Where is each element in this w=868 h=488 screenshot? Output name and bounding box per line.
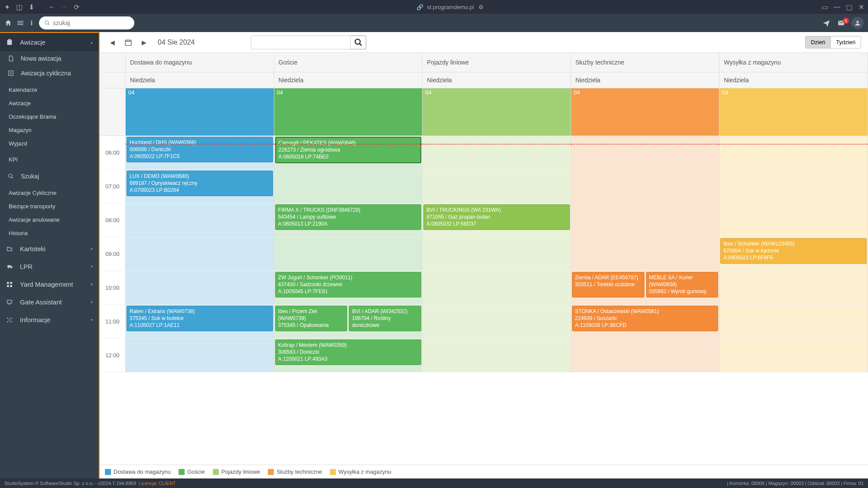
sidebar-gate[interactable]: Gate Assistant ▾	[0, 293, 99, 311]
sidebar-szukaj[interactable]: Szukaj	[0, 169, 99, 184]
slot[interactable]	[126, 237, 274, 271]
slot[interactable]	[126, 271, 274, 305]
prev-button[interactable]: ◀	[107, 37, 118, 48]
reload-icon[interactable]: ⟳	[73, 3, 80, 10]
slot[interactable]	[719, 339, 868, 372]
event[interactable]: ZW Jogurt / Schonker (PO0011) 437400 / S…	[275, 272, 422, 297]
allday-sluzby[interactable]: 04	[571, 88, 720, 136]
allday-dostawa[interactable]: 04	[126, 88, 274, 136]
slot[interactable]: BVI / TRUCKINGS (WA 231WA) 871055 / Gaz …	[423, 204, 571, 237]
shield-icon[interactable]: ✦	[3, 3, 10, 10]
event[interactable]: Koltrap / Mextem (WAW0359) 306583 / Doni…	[275, 339, 422, 365]
slot[interactable]	[571, 339, 720, 372]
allday-pojazdy[interactable]: 04	[423, 88, 571, 136]
event[interactable]: Ibex / Przem Ziel (WAW0738) 375345 / Opa…	[275, 306, 348, 331]
sidebar-wyjazd[interactable]: Wyjazd	[0, 137, 99, 150]
datepicker-button[interactable]	[121, 37, 136, 48]
slot[interactable]: Raten / Extrans (WAW0738) 375345 / Sok w…	[126, 305, 274, 339]
sidebar-cykliczne[interactable]: Awizacje Cykliczne	[0, 186, 99, 200]
sidebar-nowa-awizacja[interactable]: Nowa awizacja	[0, 51, 99, 66]
slot[interactable]	[719, 204, 868, 237]
url-text[interactable]: st.programdemo.pl	[427, 4, 474, 10]
download-icon[interactable]: ⬇	[28, 3, 35, 10]
global-search-input[interactable]	[53, 19, 129, 26]
slot[interactable]: STONKA / Ostaszewski (WAW0581) 224939 / …	[571, 305, 720, 339]
sidebar-historia[interactable]: Historia	[0, 226, 99, 240]
event[interactable]: Ibex / Schonker (WAW123456) 670864 / Sok…	[720, 238, 867, 264]
view-week-button[interactable]: Tydzień	[831, 36, 861, 48]
slot[interactable]	[719, 271, 868, 305]
slot[interactable]	[719, 305, 868, 339]
plane-icon[interactable]	[822, 19, 831, 27]
slot[interactable]	[274, 237, 423, 271]
slot[interactable]: Huchland / DHS (WAW0366) 006666 / Donicz…	[126, 136, 274, 170]
slot[interactable]	[571, 170, 720, 204]
close-window-icon[interactable]: ✕	[858, 3, 865, 10]
sidebar-oczekujace[interactable]: Oczekujące Brama	[0, 110, 99, 123]
sidebar-biezace[interactable]: Bieżące transporty	[0, 200, 99, 213]
home-icon[interactable]	[4, 19, 12, 27]
slot[interactable]	[274, 170, 423, 204]
list-icon[interactable]	[16, 19, 24, 27]
slot[interactable]	[571, 204, 720, 237]
slot[interactable]: LUX / DEMO (WAW0680) 689187 / Opryskiwac…	[126, 170, 274, 204]
event[interactable]: Ziemia / ADAR (EE456787) 303511 / Torebk…	[572, 272, 644, 297]
sidebar-magazyn[interactable]: Magazyn	[0, 123, 99, 137]
reader-icon[interactable]: ▭	[821, 3, 828, 10]
event[interactable]: BVI / ADAR (WI342532) 196704 / Rośliny d…	[349, 306, 421, 331]
info-icon[interactable]	[29, 19, 35, 27]
event[interactable]: LUX / DEMO (WAW0680) 689187 / Opryskiwac…	[127, 171, 273, 196]
sidebar-lpr[interactable]: LPR ▾	[0, 258, 99, 275]
slot[interactable]: Koltrap / Mextem (WAW0359) 306583 / Doni…	[274, 339, 423, 372]
calendar-search-input[interactable]	[251, 36, 351, 49]
slot[interactable]: Carvagill / PEKATES (WAW0646) 226273 / Z…	[274, 136, 423, 170]
slot[interactable]	[423, 136, 571, 170]
back-icon[interactable]: ←	[49, 3, 55, 10]
event[interactable]: STONKA / Ostaszewski (WAW0581) 224939 / …	[572, 306, 718, 331]
sidebar-anulowane[interactable]: Awizacje anulowane	[0, 213, 99, 226]
calendar-grid[interactable]: Dostawa do magazynu Goście Pojazdy linio…	[100, 53, 868, 465]
global-search[interactable]	[39, 16, 134, 29]
event[interactable]: Huchland / DHS (WAW0366) 006666 / Donicz…	[127, 137, 273, 162]
user-avatar[interactable]	[852, 17, 864, 29]
mail-icon[interactable]: 5	[837, 19, 845, 26]
slot[interactable]	[571, 136, 720, 170]
slot[interactable]	[719, 136, 868, 170]
sidebar-yard[interactable]: Yard Management ▾	[0, 275, 99, 293]
tune-icon[interactable]: ⚙	[478, 3, 484, 10]
maximize-icon[interactable]: ▢	[845, 3, 852, 10]
slot[interactable]	[423, 170, 571, 204]
sidebar-kartoteki[interactable]: Kartoteki ▾	[0, 240, 99, 258]
slot[interactable]	[126, 339, 274, 372]
allday-goscie[interactable]: 04	[274, 88, 423, 136]
event[interactable]: MEBLE SA / Kurier (WAW0658) 035992 / Wyr…	[646, 272, 718, 297]
calendar-search-button[interactable]	[351, 36, 366, 49]
allday-wysylka[interactable]: 04	[719, 88, 868, 136]
sidebar-kpi[interactable]: KPI	[0, 153, 99, 166]
slot[interactable]: FIRMA X / TRUCKS (DNF3846729) 543454 / L…	[274, 204, 423, 237]
slot[interactable]: Ziemia / ADAR (EE456787) 303511 / Torebk…	[571, 271, 720, 305]
slot[interactable]	[423, 237, 571, 271]
slot[interactable]	[423, 271, 571, 305]
next-button[interactable]: ▶	[138, 37, 150, 48]
event[interactable]: BVI / TRUCKINGS (WA 231WA) 871055 / Gaz …	[423, 204, 570, 230]
slot[interactable]	[423, 339, 571, 372]
slot[interactable]	[126, 204, 274, 237]
slot[interactable]: Ibex / Przem Ziel (WAW0738) 375345 / Opa…	[274, 305, 423, 339]
sidebar-awizacja-cykliczna[interactable]: Awizacja cykliczna	[0, 66, 99, 81]
slot[interactable]	[423, 305, 571, 339]
event[interactable]: Carvagill / PEKATES (WAW0646) 226273 / Z…	[275, 137, 422, 163]
slot[interactable]	[719, 170, 868, 204]
minimize-icon[interactable]: —	[833, 3, 840, 10]
view-day-button[interactable]: Dzień	[805, 36, 831, 48]
sidebar-awizacje[interactable]: Awizacje ▴	[0, 32, 99, 51]
slot[interactable]: Ibex / Schonker (WAW123456) 670864 / Sok…	[719, 237, 868, 271]
event[interactable]: FIRMA X / TRUCKS (DNF3846729) 543454 / L…	[275, 204, 422, 230]
slot[interactable]: ZW Jogurt / Schonker (PO0011) 437400 / S…	[274, 271, 423, 305]
sidebar-awizacje-list[interactable]: Awizacje	[0, 97, 99, 110]
event[interactable]: Raten / Extrans (WAW0738) 375345 / Sok w…	[127, 306, 273, 331]
sidebar-kalendarze[interactable]: Kalendarze	[0, 83, 99, 97]
sidebar-info[interactable]: Informacje ▾	[0, 311, 99, 329]
sidebar-toggle-icon[interactable]: ◫	[16, 3, 23, 10]
slot[interactable]	[571, 237, 720, 271]
